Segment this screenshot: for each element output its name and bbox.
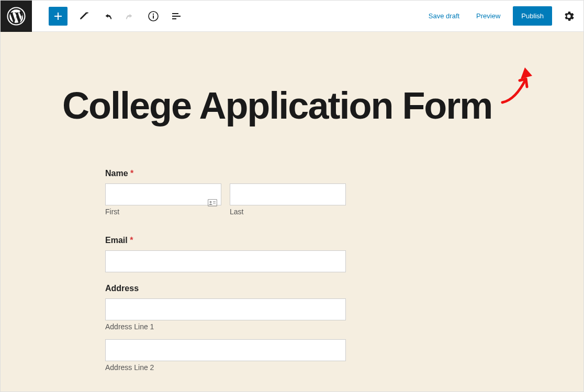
required-marker: * bbox=[130, 169, 133, 178]
save-draft-button[interactable]: Save draft bbox=[422, 8, 466, 24]
email-field-group: Email * bbox=[105, 236, 346, 272]
edit-tool-button[interactable] bbox=[74, 6, 95, 27]
address-line2-sublabel: Address Line 2 bbox=[105, 363, 346, 372]
first-name-input[interactable] bbox=[105, 183, 221, 205]
info-button[interactable] bbox=[143, 6, 164, 27]
plus-icon bbox=[52, 10, 64, 22]
address-line2-input[interactable] bbox=[105, 339, 346, 361]
gear-icon bbox=[563, 10, 575, 22]
wordpress-logo-button[interactable] bbox=[1, 1, 32, 32]
editor-canvas: College Application Form Name * First La… bbox=[1, 32, 583, 391]
preview-button[interactable]: Preview bbox=[470, 8, 507, 24]
settings-button[interactable] bbox=[558, 6, 579, 27]
address-label: Address bbox=[105, 284, 346, 293]
list-icon bbox=[170, 10, 183, 22]
address-field-group: Address Address Line 1 Address Line 2 bbox=[105, 284, 346, 372]
last-name-input[interactable] bbox=[230, 183, 346, 205]
redo-icon bbox=[124, 10, 137, 22]
address-line1-input[interactable] bbox=[105, 298, 346, 320]
contact-card-icon bbox=[208, 199, 217, 209]
email-label: Email * bbox=[105, 236, 346, 245]
email-input[interactable] bbox=[105, 250, 346, 272]
svg-point-2 bbox=[153, 13, 154, 14]
form-block: Name * First Last Email * bbox=[105, 169, 346, 372]
svg-rect-12 bbox=[213, 201, 216, 202]
outline-button[interactable] bbox=[166, 6, 187, 27]
redo-button bbox=[120, 6, 141, 27]
svg-point-11 bbox=[210, 201, 212, 203]
undo-icon bbox=[101, 10, 114, 22]
svg-rect-13 bbox=[213, 203, 216, 203]
first-name-sublabel: First bbox=[105, 207, 221, 216]
name-label: Name * bbox=[105, 169, 346, 178]
address-line1-sublabel: Address Line 1 bbox=[105, 322, 346, 331]
pencil-icon bbox=[78, 10, 91, 22]
svg-rect-9 bbox=[172, 18, 176, 19]
add-block-button[interactable] bbox=[49, 7, 68, 26]
name-field-group: Name * First Last bbox=[105, 169, 346, 224]
wordpress-icon bbox=[7, 7, 26, 26]
required-marker: * bbox=[130, 236, 133, 245]
info-icon bbox=[147, 10, 160, 22]
publish-button[interactable]: Publish bbox=[513, 6, 552, 26]
svg-rect-7 bbox=[172, 13, 177, 14]
editor-toolbar: Save draft Preview Publish bbox=[1, 1, 583, 32]
last-name-sublabel: Last bbox=[230, 207, 346, 216]
undo-button[interactable] bbox=[97, 6, 118, 27]
page-title[interactable]: College Application Form bbox=[1, 32, 583, 140]
svg-rect-8 bbox=[172, 16, 181, 17]
svg-rect-3 bbox=[153, 15, 154, 18]
